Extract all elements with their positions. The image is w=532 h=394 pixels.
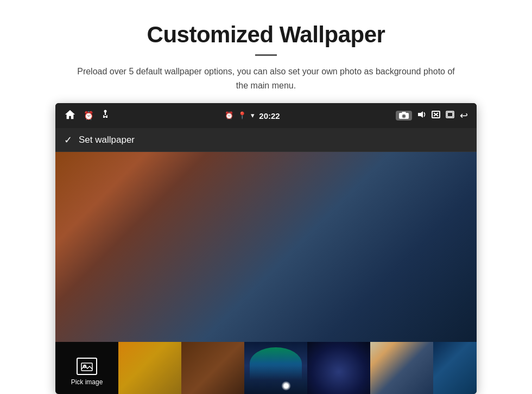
back-icon[interactable]: ↩ (460, 110, 468, 122)
usb-icon (102, 110, 109, 122)
svg-marker-7 (418, 111, 423, 118)
svg-point-0 (104, 110, 107, 113)
status-bar-center: ⏰ 📍 ▾ 20:22 (225, 111, 280, 120)
confirm-checkmark-icon[interactable]: ✓ (64, 134, 72, 146)
wallpaper-thumb-2[interactable] (181, 342, 244, 394)
svg-rect-1 (105, 112, 106, 115)
wifi-icon: ▾ (251, 111, 255, 120)
alarm-icon: ⏰ (84, 111, 94, 120)
svg-rect-3 (106, 117, 107, 118)
thumbnail-strip: Pick image (55, 342, 477, 394)
svg-rect-2 (103, 117, 105, 118)
title-divider (255, 54, 277, 56)
wallpaper-bar-label: Set wallpaper (79, 135, 135, 145)
wallpaper-thumb-6[interactable] (433, 342, 477, 394)
status-bar: ⏰ ⏰ 📍 ▾ 20:22 (55, 103, 477, 128)
pick-image-icon (77, 358, 97, 375)
wallpaper-thumb-1[interactable] (118, 342, 181, 394)
svg-rect-12 (447, 112, 453, 117)
time-display: 20:22 (259, 111, 280, 120)
close-icon[interactable] (432, 111, 440, 120)
main-preview (55, 152, 477, 342)
device-frame: ⏰ ⏰ 📍 ▾ 20:22 (55, 103, 477, 394)
pick-image-button[interactable]: Pick image (55, 342, 118, 394)
aurora-effect (250, 347, 302, 380)
subtitle: Preload over 5 default wallpaper options… (76, 65, 456, 92)
wallpaper-thumb-4[interactable] (307, 342, 370, 394)
page-title: Customized Wallpaper (147, 22, 385, 48)
window-icon[interactable] (446, 111, 454, 120)
clock-icon: ⏰ (225, 111, 233, 120)
wallpaper-thumb-5[interactable] (370, 342, 433, 394)
pick-image-label: Pick image (71, 378, 103, 386)
wallpaper-thumb-3[interactable] (244, 342, 307, 394)
volume-icon (417, 111, 426, 120)
svg-point-6 (403, 115, 405, 117)
wallpaper-bar: ✓ Set wallpaper (55, 128, 477, 152)
status-bar-right: ↩ (396, 110, 468, 122)
status-bar-left: ⏰ (64, 109, 109, 122)
home-icon (64, 109, 76, 122)
location-icon: 📍 (238, 111, 246, 120)
camera-icon[interactable] (396, 111, 412, 120)
